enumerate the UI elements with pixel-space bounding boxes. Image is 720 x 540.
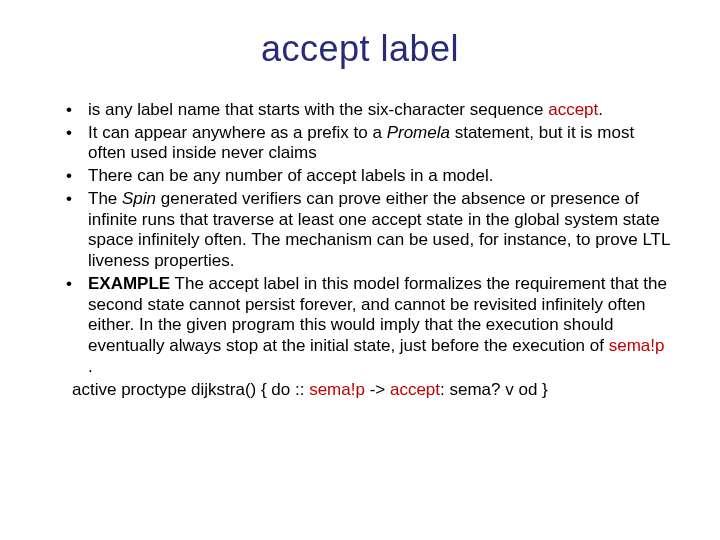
slide-title: accept label — [40, 28, 680, 70]
code-text: : sema? v od } — [440, 380, 548, 399]
text: The accept label in this model formalize… — [88, 274, 667, 355]
text: . — [88, 357, 93, 376]
bullet-item-4: The Spin generated verifiers can prove e… — [60, 189, 670, 272]
code-text: -> — [365, 380, 390, 399]
keyword-sema: sema!p — [609, 336, 665, 355]
bullet-list: is any label name that starts with the s… — [40, 100, 680, 378]
text: generated verifiers can prove either the… — [88, 189, 670, 270]
bullet-item-5: EXAMPLE The accept label in this model f… — [60, 274, 670, 378]
keyword-accept: accept — [548, 100, 598, 119]
text: The — [88, 189, 122, 208]
emph-promela: Promela — [387, 123, 450, 142]
keyword-sema: sema!p — [309, 380, 365, 399]
bullet-item-3: There can be any number of accept labels… — [60, 166, 670, 187]
text: There can be any number of accept labels… — [88, 166, 493, 185]
emph-spin: Spin — [122, 189, 156, 208]
bullet-item-1: is any label name that starts with the s… — [60, 100, 670, 121]
text: is any label name that starts with the s… — [88, 100, 548, 119]
keyword-accept: accept — [390, 380, 440, 399]
text: It can appear anywhere as a prefix to a — [88, 123, 387, 142]
example-label: EXAMPLE — [88, 274, 170, 293]
code-text: active proctype dijkstra() { do :: — [72, 380, 309, 399]
bullet-item-2: It can appear anywhere as a prefix to a … — [60, 123, 670, 164]
slide: accept label is any label name that star… — [0, 0, 720, 540]
text: . — [598, 100, 603, 119]
code-line: active proctype dijkstra() { do :: sema!… — [40, 380, 680, 401]
